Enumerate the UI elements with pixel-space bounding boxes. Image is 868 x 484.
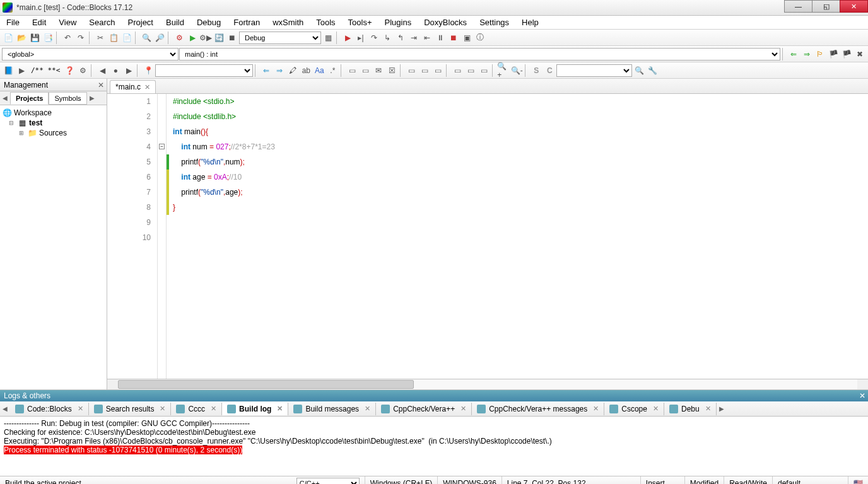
tab-scroll-left-icon[interactable]: ◀ <box>0 95 10 101</box>
redo-icon[interactable]: ↷ <box>74 32 87 44</box>
tool9-icon[interactable]: ▭ <box>464 64 477 77</box>
menu-doxyblocks[interactable]: DoxyBlocks <box>418 16 473 29</box>
next-line-icon[interactable]: ↷ <box>368 32 380 44</box>
logs-close-icon[interactable]: ✕ <box>859 391 865 400</box>
fold-toggle-icon[interactable]: − <box>159 144 165 149</box>
extra-combo[interactable] <box>556 64 632 77</box>
expand-icon[interactable]: ⊟ <box>8 120 15 126</box>
menu-search[interactable]: Search <box>83 16 121 29</box>
toggle-bookmark-icon[interactable]: 🏳 <box>814 48 826 60</box>
open-file-icon[interactable]: 📂 <box>15 32 28 44</box>
close-icon[interactable]: ✕ <box>705 405 711 413</box>
zoom-out-icon[interactable]: 🔍- <box>510 64 523 77</box>
menu-fortran[interactable]: Fortran <box>227 16 266 29</box>
hl-prev-icon[interactable]: ⇐ <box>260 64 273 77</box>
log-content[interactable]: -------------- Run: Debug in test (compi… <box>0 417 868 476</box>
save-all-icon[interactable]: 📑 <box>42 32 54 44</box>
zoom-in-icon[interactable]: 🔍+ <box>497 64 510 77</box>
abort-icon[interactable]: ⏹ <box>226 32 238 44</box>
function-combo[interactable]: main() : int <box>179 48 780 60</box>
hl-next-icon[interactable]: ⇒ <box>273 64 286 77</box>
close-icon[interactable]: ✕ <box>460 405 466 413</box>
menu-tools[interactable]: Tools <box>310 16 341 29</box>
close-icon[interactable]: ✕ <box>78 405 83 413</box>
close-icon[interactable]: ✕ <box>211 405 216 413</box>
menu-wxsmith[interactable]: wxSmith <box>266 16 310 29</box>
menu-help[interactable]: Help <box>515 16 545 29</box>
close-icon[interactable]: ✕ <box>593 405 599 413</box>
nav-back-icon[interactable]: ◀ <box>96 64 108 77</box>
log-tab-build-log[interactable]: Build log✕ <box>222 403 288 415</box>
text-icon[interactable]: ab <box>300 64 312 77</box>
log-tab-cppcheck-vera-[interactable]: CppCheck/Vera++✕ <box>376 403 472 415</box>
tool7-icon[interactable]: ▭ <box>431 64 444 77</box>
find-icon[interactable]: 🔍 <box>140 32 153 44</box>
menu-build[interactable]: Build <box>160 16 191 29</box>
doxy-run-icon[interactable]: ▶ <box>15 64 28 77</box>
minimize-button[interactable]: — <box>784 0 812 13</box>
menu-plugins[interactable]: Plugins <box>378 16 418 29</box>
tab-symbols[interactable]: Symbols <box>49 92 86 105</box>
search2-icon[interactable]: 🔍 <box>633 64 645 77</box>
c-icon[interactable]: C <box>543 64 556 77</box>
highlight-icon[interactable]: 🖍 <box>286 64 299 77</box>
tool5-icon[interactable]: ▭ <box>405 64 418 77</box>
close-icon[interactable]: ✕ <box>653 405 659 413</box>
status-lang[interactable]: C/C++ <box>291 476 365 484</box>
tool3-icon[interactable]: ✉ <box>372 64 385 77</box>
tool4-icon[interactable]: ☒ <box>385 64 398 77</box>
code-lines[interactable]: #include <stdio.h>#include <stdlib.h>int… <box>169 94 868 379</box>
menu-tools+[interactable]: Tools+ <box>342 16 378 29</box>
log-tab-cscope[interactable]: Cscope✕ <box>604 403 664 415</box>
log-tab-search-results[interactable]: Search results✕ <box>89 403 172 415</box>
next-bookmark-icon[interactable]: ⇒ <box>801 48 813 60</box>
tool1-icon[interactable]: ▭ <box>346 64 358 77</box>
tab-scroll-right-icon[interactable]: ▶ <box>87 95 97 101</box>
prev-bookmark-icon[interactable]: ⇐ <box>787 48 800 60</box>
build-icon[interactable]: ⚙ <box>173 32 185 44</box>
bookmark-next-icon[interactable]: 🏴 <box>840 48 853 60</box>
stop-debug-icon[interactable]: ⏹ <box>447 32 460 44</box>
log-tab-debu[interactable]: Debu✕ <box>664 403 717 415</box>
wrench-icon[interactable]: 🔧 <box>646 64 659 77</box>
log-tab-cccc[interactable]: Cccc✕ <box>171 403 222 415</box>
expand-icon[interactable]: ⊞ <box>18 130 25 136</box>
undo-icon[interactable]: ↶ <box>61 32 74 44</box>
tool10-icon[interactable]: ▭ <box>478 64 490 77</box>
tree-project[interactable]: ⊟ ▦ test <box>3 118 104 128</box>
clear-bookmarks-icon[interactable]: ✖ <box>853 48 866 60</box>
close-icon[interactable]: ✕ <box>160 405 165 413</box>
break-icon[interactable]: ⏸ <box>434 32 447 44</box>
target-icon[interactable]: ▦ <box>322 32 334 44</box>
maximize-button[interactable]: ◱ <box>812 0 840 13</box>
build-target-combo[interactable]: Debug <box>239 32 321 44</box>
case-icon[interactable]: Aa <box>313 64 326 77</box>
info-icon[interactable]: ⓘ <box>474 32 486 44</box>
menu-view[interactable]: View <box>52 16 83 29</box>
logs-scroll-left-icon[interactable]: ◀ <box>0 405 10 412</box>
menu-edit[interactable]: Edit <box>26 16 52 29</box>
doxy-icon[interactable]: 📘 <box>2 64 15 77</box>
paste-icon[interactable]: 📄 <box>120 32 133 44</box>
rebuild-icon[interactable]: 🔄 <box>213 32 225 44</box>
close-button[interactable]: ✕ <box>840 0 868 13</box>
sidebar-close-icon[interactable]: ✕ <box>98 81 104 89</box>
editor-tab-main[interactable]: *main.c ✕ <box>110 80 156 93</box>
copy-icon[interactable]: 📋 <box>107 32 120 44</box>
search-combo[interactable] <box>155 64 253 77</box>
step-into-icon[interactable]: ↳ <box>381 32 394 44</box>
close-icon[interactable]: ✕ <box>365 405 370 413</box>
doxy-help-icon[interactable]: ❓ <box>63 64 76 77</box>
tab-close-icon[interactable]: ✕ <box>144 83 150 91</box>
menu-debug[interactable]: Debug <box>191 16 227 29</box>
logs-scroll-right-icon[interactable]: ▶ <box>717 405 727 412</box>
log-tab-code-blocks[interactable]: Code::Blocks✕ <box>10 403 89 415</box>
nav-fwd-icon[interactable]: ▶ <box>122 64 135 77</box>
next-instr-icon[interactable]: ⇥ <box>408 32 420 44</box>
tool6-icon[interactable]: ▭ <box>418 64 431 77</box>
menu-project[interactable]: Project <box>122 16 160 29</box>
cut-icon[interactable]: ✂ <box>94 32 107 44</box>
run-to-cursor-icon[interactable]: ▸| <box>355 32 367 44</box>
replace-icon[interactable]: 🔎 <box>153 32 166 44</box>
save-icon[interactable]: 💾 <box>28 32 41 44</box>
